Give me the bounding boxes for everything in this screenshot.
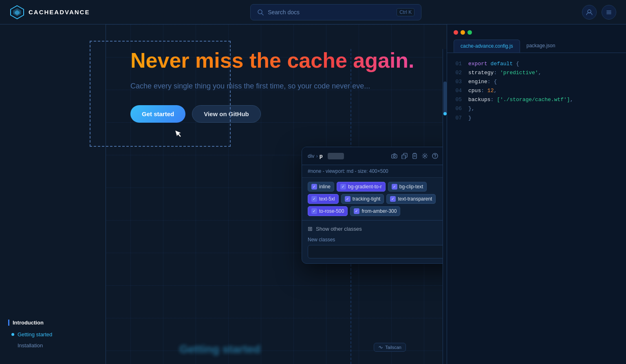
main-content: Introduction Getting started Installatio… (0, 24, 626, 364)
tab-package-json[interactable]: package.json (520, 40, 562, 53)
code-editor: 01 export default { 02 strategy: 'predic… (447, 53, 626, 364)
window-close-dot (454, 30, 458, 35)
svg-point-18 (435, 157, 436, 158)
sidebar-section-intro: Introduction Getting started Installatio… (0, 320, 106, 351)
svg-rect-8 (606, 13, 611, 14)
check-icon-bg-clip: ✓ (392, 184, 397, 190)
class-label-bg-gradient: bg-gradient-to-r (348, 184, 382, 190)
sidebar-item-label-getting-started: Getting started (18, 331, 52, 338)
code-tabs: cache-advance.config.js package.json (447, 40, 626, 53)
line-number: 02 (454, 68, 462, 77)
search-bar[interactable]: Search docs Ctrl K (250, 4, 421, 20)
logo-area[interactable]: CACHEADVANCE (10, 5, 90, 20)
hero-area: Never miss the cache again. Cache every … (106, 24, 447, 364)
tailscan-label: Tailscan (385, 345, 401, 350)
breadcrumb-separator: › (316, 153, 318, 159)
class-label-bg-clip: bg-clip-text (399, 184, 423, 190)
scrollbar-dot (443, 112, 447, 115)
code-panel-header (447, 24, 626, 35)
sidebar: Introduction Getting started Installatio… (0, 24, 106, 364)
line-number: 01 (454, 60, 462, 68)
search-shortcut: Ctrl K (397, 8, 414, 16)
hero-title: Never miss the cache again. (130, 49, 416, 72)
inspector-breadcrumb: div › p (308, 153, 387, 159)
get-started-button[interactable]: Get started (130, 105, 185, 123)
window-expand-dot (467, 30, 472, 35)
check-icon-bg-gradient: ✓ (340, 184, 346, 190)
svg-point-16 (424, 155, 426, 157)
code-line-1: 01 export default { (454, 60, 619, 68)
svg-rect-13 (413, 154, 417, 159)
svg-rect-7 (606, 12, 611, 13)
class-label-tracking: tracking-tight (353, 196, 381, 202)
class-label-text-transparent: text-transparent (398, 196, 432, 202)
line-number: 07 (454, 114, 462, 123)
code-line-4: 04 cpus: 12, (454, 86, 619, 95)
tab-config-js[interactable]: cache-advance.config.js (454, 40, 520, 53)
inspector-classes: ✓ inline ✓ bg-gradient-to-r ✓ bg-clip-te… (302, 178, 464, 220)
class-chip-to-rose[interactable]: ✓ to-rose-500 (308, 206, 348, 216)
sidebar-item-label-installation: Installation (18, 342, 43, 349)
class-chip-from-amber[interactable]: ✓ from-amber-300 (350, 206, 400, 216)
show-other-button[interactable]: ⊞ Show other classes (308, 225, 458, 232)
line-number: 06 (454, 104, 462, 113)
svg-rect-9 (392, 154, 397, 158)
menu-button[interactable] (602, 5, 616, 20)
line-content: engine: { (468, 77, 619, 86)
svg-rect-12 (402, 155, 406, 159)
help-button[interactable] (431, 152, 439, 160)
code-line-5: 05 backups: ['./storage/cache.wtf'], (454, 95, 619, 104)
breadcrumb-parent: div (308, 153, 315, 159)
line-number: 05 (454, 95, 462, 104)
camera-button[interactable] (390, 152, 398, 160)
line-content: strategy: 'predictive', (468, 68, 619, 77)
tailscan-icon (378, 345, 383, 350)
line-content: export default { (468, 60, 619, 68)
logo-text: CACHEADVANCE (29, 9, 90, 15)
check-icon-to-rose: ✓ (311, 208, 317, 214)
line-number: 03 (454, 77, 462, 86)
view-github-button[interactable]: View on GitHub (192, 105, 261, 123)
active-indicator (11, 333, 14, 336)
line-content: }, (468, 104, 619, 113)
class-label-text-5xl: text-5xl (319, 196, 335, 202)
code-line-7: 07 } (454, 114, 619, 123)
hero-subtitle: Cache every single thing you miss the fi… (130, 80, 375, 92)
class-chip-bg-clip[interactable]: ✓ bg-clip-text (388, 182, 427, 192)
line-content: backups: ['./storage/cache.wtf'], (468, 95, 619, 104)
class-chip-tracking[interactable]: ✓ tracking-tight (341, 194, 384, 204)
app-header: CACHEADVANCE Search docs Ctrl K (0, 0, 626, 24)
inspector-popup: div › p (302, 147, 465, 264)
class-label-from-amber: from-amber-300 (361, 208, 397, 214)
class-chip-bg-gradient[interactable]: ✓ bg-gradient-to-r (337, 182, 386, 192)
inspector-header: div › p (302, 147, 464, 165)
code-line-2: 02 strategy: 'predictive', (454, 68, 619, 77)
copy-button[interactable] (401, 152, 408, 160)
settings-button[interactable] (421, 152, 429, 160)
sidebar-section-title: Introduction (8, 320, 97, 326)
code-line-6: 06 }, (454, 104, 619, 113)
search-placeholder: Search docs (268, 9, 392, 15)
header-actions (582, 5, 616, 20)
code-line-3: 03 engine: { (454, 77, 619, 86)
tailscan-badge: Tailscan (374, 343, 406, 352)
svg-point-10 (393, 155, 395, 157)
class-label-inline: inline (319, 184, 331, 190)
class-chip-text-5xl[interactable]: ✓ text-5xl (308, 194, 339, 204)
breadcrumb-current: p (320, 153, 323, 159)
right-scrollbar[interactable] (443, 49, 447, 364)
code-panel: cache-advance.config.js package.json 01 … (447, 24, 626, 364)
hero-buttons: Get started View on GitHub (130, 105, 422, 123)
logo-icon (10, 5, 24, 20)
show-other-icon: ⊞ (308, 225, 313, 232)
sidebar-item-installation[interactable]: Installation (8, 340, 97, 351)
sidebar-item-getting-started[interactable]: Getting started (8, 329, 97, 340)
avatar-button[interactable] (582, 5, 597, 20)
new-classes-input[interactable] (308, 245, 458, 258)
class-chip-inline[interactable]: ✓ inline (308, 182, 334, 192)
class-chip-text-transparent[interactable]: ✓ text-transparent (386, 194, 436, 204)
clipboard-button[interactable] (411, 152, 419, 160)
line-number: 04 (454, 86, 462, 95)
search-icon (257, 9, 264, 15)
svg-rect-6 (606, 11, 611, 11)
